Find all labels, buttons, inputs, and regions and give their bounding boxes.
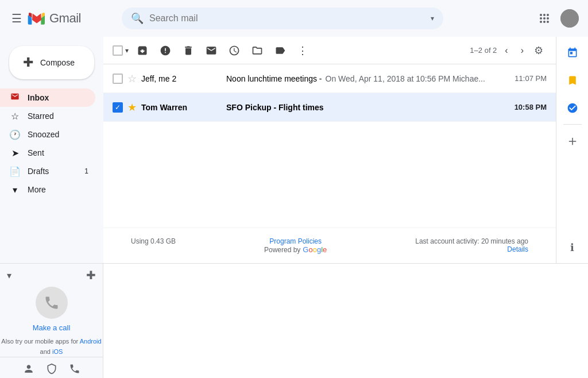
email-row[interactable]: ☆ Jeff, me 2 Noon lunchtime meetings - O… xyxy=(103,64,556,93)
email-checkbox-1[interactable] xyxy=(113,74,123,84)
move-to-button[interactable] xyxy=(247,41,268,60)
call-area: Make a call Also try our mobile apps for… xyxy=(0,287,103,357)
ios-link[interactable]: iOS xyxy=(52,348,63,355)
call-icon xyxy=(36,287,68,319)
footer-center: Program Policies Powered by Google xyxy=(264,237,327,254)
inbox-label: Inbox xyxy=(28,93,88,102)
main-layout: ✚ Compose Inbox ☆ Starred 🕐 Snoozed ➤ Se… xyxy=(0,37,588,263)
email-time-1: 11:07 PM xyxy=(514,74,547,83)
email-subject-2: SFO Pickup - Flight times xyxy=(226,103,324,112)
sidebar-item-snoozed[interactable]: 🕐 Snoozed xyxy=(0,125,95,144)
snoozed-label: Snoozed xyxy=(28,130,88,139)
email-row[interactable]: ✓ ★ Tom Warren SFO Pickup - Flight times… xyxy=(103,93,556,122)
next-page-button[interactable]: › xyxy=(516,42,528,59)
phone-bottom-icon[interactable] xyxy=(68,362,82,376)
starred-icon: ☆ xyxy=(9,111,21,122)
sidebar-item-starred[interactable]: ☆ Starred xyxy=(0,107,95,125)
email-body-2: SFO Pickup - Flight times xyxy=(226,103,510,112)
email-sender-2: Tom Warren xyxy=(141,103,222,112)
search-input[interactable] xyxy=(149,13,425,24)
svg-point-7 xyxy=(540,21,542,23)
pagination: 1–2 of 2 ‹ › xyxy=(470,42,528,59)
sidebar-item-sent[interactable]: ➤ Sent xyxy=(0,144,95,162)
sidebar: ✚ Compose Inbox ☆ Starred 🕐 Snoozed ➤ Se… xyxy=(0,37,103,263)
pagination-text: 1–2 of 2 xyxy=(470,46,497,55)
svg-point-1 xyxy=(540,14,542,16)
tasks-panel-icon[interactable] xyxy=(561,97,584,119)
android-link[interactable]: Android xyxy=(80,338,102,345)
meet-area xyxy=(103,264,588,378)
settings-bottom-icon[interactable] xyxy=(45,362,59,376)
email-body-1: Noon lunchtime meetings - On Wed, Apr 11… xyxy=(226,74,510,83)
select-all-checkbox[interactable] xyxy=(113,45,123,56)
drafts-badge: 1 xyxy=(84,167,88,175)
sidebar-item-inbox[interactable]: Inbox xyxy=(0,88,95,107)
storage-text: Using 0.43 GB xyxy=(131,237,176,245)
prev-page-button[interactable]: ‹ xyxy=(500,42,512,59)
report-spam-button[interactable] xyxy=(155,41,176,60)
panel-info-icon[interactable]: ℹ xyxy=(566,237,579,259)
starred-label: Starred xyxy=(28,111,88,121)
chat-bottom-icons xyxy=(0,357,103,378)
select-dropdown-button[interactable]: ▾ xyxy=(124,44,130,57)
sent-icon: ➤ xyxy=(9,148,21,159)
google-logo-text: Google xyxy=(303,245,327,254)
settings-button[interactable]: ⚙ xyxy=(531,41,547,60)
last-activity: Last account activity: 20 minutes ago De… xyxy=(415,237,528,253)
make-call-link[interactable]: Make a call xyxy=(33,323,71,332)
snoozed-icon: 🕐 xyxy=(9,129,21,140)
top-right-icons xyxy=(535,9,579,28)
calendar-panel-icon[interactable] xyxy=(561,41,584,64)
footer-row: Using 0.43 GB Program Policies Powered b… xyxy=(113,237,547,254)
svg-point-4 xyxy=(540,17,542,20)
chat-collapse-button[interactable]: ▾ xyxy=(7,270,11,281)
avatar-image xyxy=(560,9,579,28)
sent-label: Sent xyxy=(28,148,88,157)
email-checkbox-2[interactable]: ✓ xyxy=(113,102,123,113)
svg-point-3 xyxy=(547,14,549,16)
svg-point-8 xyxy=(543,21,546,23)
archive-button[interactable] xyxy=(132,41,153,60)
right-panel: ＋ ℹ xyxy=(556,37,588,263)
chat-add-button[interactable]: ✚ xyxy=(86,268,96,282)
logo-text: Gmail xyxy=(49,11,81,26)
delete-button[interactable] xyxy=(178,41,199,60)
drafts-label: Drafts xyxy=(28,167,78,176)
sidebar-item-more[interactable]: ▾ More xyxy=(0,180,95,199)
svg-point-6 xyxy=(547,17,549,20)
contacts-icon[interactable] xyxy=(22,362,36,376)
menu-icon[interactable]: ☰ xyxy=(9,9,24,28)
labels-button[interactable] xyxy=(270,41,291,60)
mark-unread-button[interactable] xyxy=(201,41,222,60)
search-icon: 🔍 xyxy=(131,12,144,25)
details-link[interactable]: Details xyxy=(507,245,528,253)
mobile-apps-text: Also try our mobile apps for Android and… xyxy=(1,337,101,357)
email-footer: Using 0.43 GB Program Policies Powered b… xyxy=(103,227,556,263)
top-bar: ☰ Gmail 🔍 ▾ xyxy=(0,0,588,37)
more-label: More xyxy=(28,185,88,194)
account-avatar[interactable] xyxy=(560,9,579,28)
bookmark-panel-icon[interactable] xyxy=(561,69,584,92)
search-dropdown-icon[interactable]: ▾ xyxy=(431,14,434,22)
more-actions-button[interactable]: ⋮ xyxy=(293,41,312,60)
bottom-area: ▾ ✚ Make a call Also try our mobile apps… xyxy=(0,263,588,378)
svg-marker-0 xyxy=(32,13,41,23)
star-icon-2[interactable]: ★ xyxy=(127,101,137,114)
email-list: ☆ Jeff, me 2 Noon lunchtime meetings - O… xyxy=(103,64,556,227)
apps-grid-icon[interactable] xyxy=(535,9,554,28)
sidebar-item-drafts[interactable]: 📄 Drafts 1 xyxy=(0,162,95,180)
compose-label: Compose xyxy=(40,58,75,67)
compose-button[interactable]: ✚ Compose xyxy=(9,46,94,79)
panel-add-button[interactable]: ＋ xyxy=(561,129,584,152)
policy-link[interactable]: Program Policies xyxy=(269,237,322,245)
star-icon-1[interactable]: ☆ xyxy=(127,72,137,85)
svg-point-2 xyxy=(543,14,546,16)
drafts-icon: 📄 xyxy=(9,166,21,177)
email-preview-1: On Wed, Apr 11, 2018 at 10:56 PM Michae.… xyxy=(326,74,485,83)
powered-by: Powered by Google xyxy=(264,245,327,254)
compose-plus-icon: ✚ xyxy=(23,55,33,70)
chat-panel: ▾ ✚ Make a call Also try our mobile apps… xyxy=(0,264,103,378)
panel-divider xyxy=(563,124,582,125)
snooze-button[interactable] xyxy=(224,41,245,60)
more-icon: ▾ xyxy=(9,184,21,195)
